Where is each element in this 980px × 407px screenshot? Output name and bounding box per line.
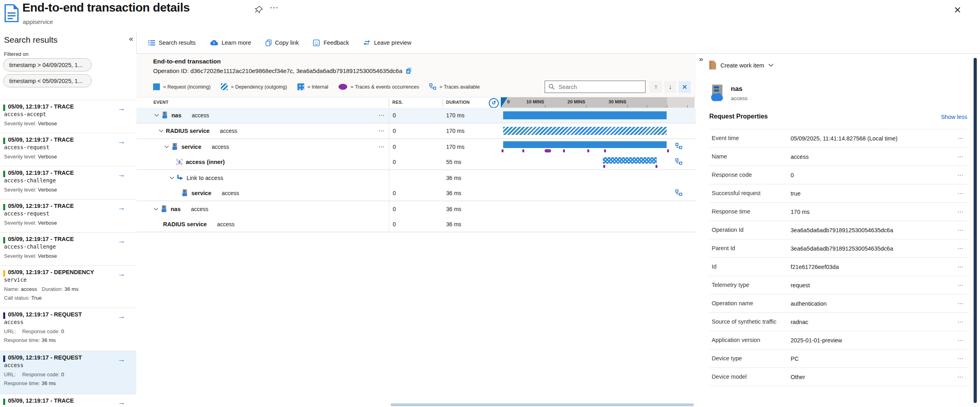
expand-chevron-icon[interactable] <box>159 129 163 132</box>
search-result-item[interactable]: 05/09, 12:19:17 - TRACE access-request S… <box>0 133 136 166</box>
expand-chevron-icon[interactable] <box>153 207 158 211</box>
filter-chip-timestamp-gt[interactable]: timestamp > 04/09/2025, 1... <box>3 58 92 71</box>
property-menu-icon[interactable]: ⋯ <box>952 135 969 142</box>
server-icon <box>171 143 178 151</box>
property-menu-icon[interactable]: ⋯ <box>952 153 969 160</box>
search-result-item[interactable]: 05/09, 12:19:17 - REQUEST access URL:Res… <box>0 351 136 394</box>
filter-chip-timestamp-lt[interactable]: timestamp < 05/09/2025, 1... <box>3 74 92 87</box>
goto-arrow-icon[interactable]: → <box>118 355 125 364</box>
gantt-row[interactable]: access (inner) 0 55 ms <box>136 154 696 170</box>
property-value: f21e61726eef03da <box>791 264 952 270</box>
goto-arrow-icon[interactable]: → <box>118 312 125 321</box>
gantt-row[interactable]: Link to access 36 ms <box>136 170 696 186</box>
property-menu-icon[interactable]: ⋯ <box>952 208 969 215</box>
result-code-cell: 0 <box>389 217 443 232</box>
severity-color-bar <box>3 399 5 405</box>
timeline-bar[interactable] <box>503 141 667 148</box>
property-menu-icon[interactable]: ⋯ <box>952 190 969 197</box>
create-work-item-button[interactable]: Create work item <box>708 60 773 70</box>
search-result-item[interactable]: 05/09, 12:19:17 - DEPENDENCY service Nam… <box>0 265 136 308</box>
goto-arrow-icon[interactable]: → <box>118 237 125 245</box>
toolbar-button-leave-preview[interactable]: Leave preview <box>363 40 411 46</box>
header-more-icon[interactable]: ⋯ <box>270 2 279 13</box>
gantt-search-box[interactable] <box>545 81 645 93</box>
expand-chevron-icon[interactable] <box>164 145 169 148</box>
find-next-button[interactable]: ↓ <box>664 81 676 93</box>
toolbar-button-search-results[interactable]: Search results <box>148 40 196 46</box>
search-result-item[interactable]: 05/09, 12:19:17 - REQUEST access URL:Res… <box>0 308 136 351</box>
property-label: Successful request <box>709 190 791 198</box>
gantt-row[interactable]: serviceaccess 0 36 ms <box>136 186 696 201</box>
vertical-scrollbar[interactable] <box>974 58 977 403</box>
goto-arrow-icon[interactable]: → <box>118 170 125 179</box>
goto-arrow-icon[interactable]: → <box>118 204 125 212</box>
property-menu-icon[interactable]: ⋯ <box>952 355 969 362</box>
property-menu-icon[interactable]: ⋯ <box>952 300 969 307</box>
gantt-row[interactable]: nasaccess 0 36 ms <box>136 201 696 217</box>
result-details: Severity level:Verbose <box>4 253 132 259</box>
property-menu-icon[interactable]: ⋯ <box>952 172 969 179</box>
search-result-item[interactable]: 05/09, 12:19:17 - TRACE → <box>0 394 136 407</box>
row-menu-icon[interactable]: ⋯ <box>375 139 388 154</box>
copy-operation-id-icon[interactable] <box>405 67 412 74</box>
gantt-row[interactable]: serviceaccess ⋯ 0 170 ms <box>136 139 696 154</box>
search-input[interactable] <box>558 83 642 91</box>
clear-search-button[interactable]: ✕ <box>679 81 691 93</box>
server-icon <box>161 205 167 213</box>
horizontal-scrollbar[interactable] <box>391 403 694 406</box>
close-icon[interactable]: ✕ <box>954 5 961 16</box>
toolbar-button-learn-more[interactable]: Learn more <box>210 40 251 46</box>
traces-available-icon[interactable] <box>675 143 682 150</box>
property-menu-icon[interactable]: ⋯ <box>952 373 969 381</box>
goto-arrow-icon[interactable]: → <box>118 398 125 407</box>
row-menu-icon[interactable]: ⋯ <box>375 108 388 123</box>
timeline-bar[interactable] <box>603 157 657 164</box>
gantt-table-header: EVENT RES. DURATION ↺ 0 10 MINS 20 MINS … <box>136 97 696 109</box>
goto-arrow-icon[interactable]: → <box>118 137 125 146</box>
result-details: Name:accessDuration:36 msCall status:Tru… <box>4 286 132 301</box>
toolbar-button-feedback[interactable]: Feedback <box>313 40 349 46</box>
server-icon <box>161 111 168 119</box>
gantt-row[interactable]: nasaccess ⋯ 0 170 ms <box>136 108 696 123</box>
cloud-icon <box>210 40 218 45</box>
show-less-link[interactable]: Show less <box>941 114 967 120</box>
timeline-axis[interactable]: 0 10 MINS 20 MINS 30 MINS <box>501 97 695 108</box>
result-code-cell: 0 <box>389 123 443 138</box>
pin-icon[interactable] <box>254 6 263 14</box>
toolbar-button-label: Feedback <box>323 40 349 46</box>
search-result-item[interactable]: 05/09, 12:19:17 - TRACE access-accept Se… <box>0 100 136 133</box>
toolbar-button-copy-link[interactable]: Copy link <box>266 40 299 46</box>
traces-available-icon[interactable] <box>675 158 682 165</box>
goto-arrow-icon[interactable]: → <box>118 270 125 279</box>
event-name: access (inner) <box>186 159 225 165</box>
event-name: RADIUS service <box>166 128 210 134</box>
row-menu-icon[interactable]: ⋯ <box>375 123 388 138</box>
expand-chevron-icon[interactable] <box>154 114 159 117</box>
timeline-bar[interactable] <box>503 127 667 135</box>
find-previous-button[interactable]: ↑ <box>650 81 662 93</box>
result-details: Severity level:Verbose <box>4 220 132 226</box>
property-menu-icon[interactable]: ⋯ <box>952 245 969 252</box>
reset-zoom-icon[interactable]: ↺ <box>489 98 499 108</box>
traces-available-icon[interactable] <box>675 190 682 196</box>
result-code-cell: 0 <box>389 154 443 170</box>
property-menu-icon[interactable]: ⋯ <box>952 227 969 234</box>
timeline-bar[interactable] <box>503 111 667 119</box>
property-menu-icon[interactable]: ⋯ <box>952 318 969 326</box>
property-menu-icon[interactable]: ⋯ <box>952 263 969 271</box>
goto-arrow-icon[interactable]: → <box>118 104 125 113</box>
severity-color-bar <box>3 138 5 144</box>
property-menu-icon[interactable]: ⋯ <box>952 337 969 344</box>
expand-chevron-icon[interactable] <box>169 176 174 180</box>
gantt-row[interactable]: RADIUS serviceaccess 0 36 ms <box>136 217 696 232</box>
legend-swatch-purple <box>338 84 347 90</box>
collapse-pane-icon[interactable]: « <box>129 34 133 43</box>
property-row: Operation name authentication ⋯ <box>709 294 969 313</box>
search-result-item[interactable]: 05/09, 12:19:17 - TRACE access-request S… <box>0 199 136 232</box>
expand-pane-icon[interactable]: » <box>699 55 703 63</box>
search-result-item[interactable]: 05/09, 12:19:17 - TRACE access-challenge… <box>0 232 136 265</box>
gantt-row[interactable]: RADIUS serviceaccess ⋯ 0 170 ms <box>136 123 696 139</box>
search-result-item[interactable]: 05/09, 12:19:17 - TRACE access-challenge… <box>0 166 136 199</box>
severity-color-bar <box>3 237 5 243</box>
property-menu-icon[interactable]: ⋯ <box>952 282 969 289</box>
